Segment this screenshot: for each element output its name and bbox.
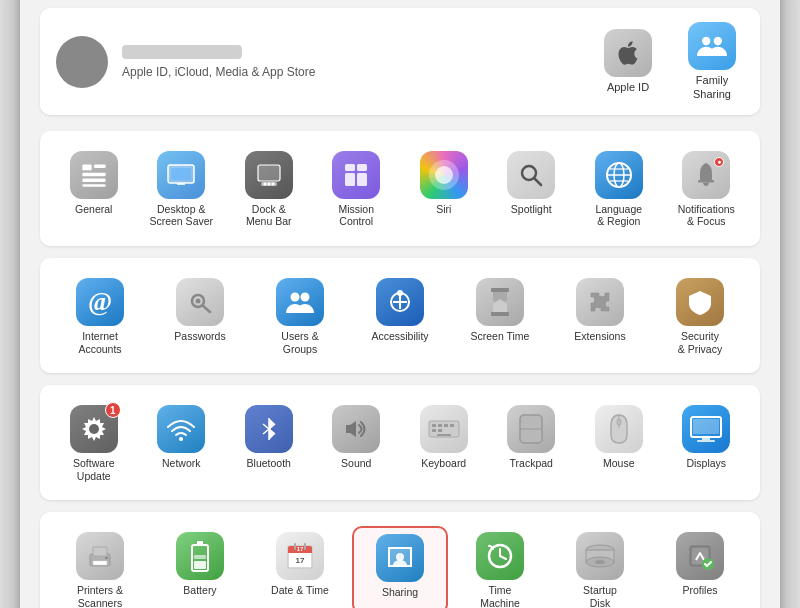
svg-rect-37 bbox=[491, 312, 509, 316]
svg-point-38 bbox=[89, 424, 99, 434]
pref-item-software-update[interactable]: 1 SoftwareUpdate bbox=[52, 399, 136, 486]
pref-item-keyboard[interactable]: Keyboard bbox=[402, 399, 486, 486]
language-icon bbox=[595, 151, 643, 199]
passwords-icon bbox=[176, 278, 224, 326]
battery-icon bbox=[176, 532, 224, 580]
pref-item-accessibility[interactable]: Accessibility bbox=[352, 272, 448, 359]
svg-rect-65 bbox=[194, 561, 206, 569]
pref-item-notifications[interactable]: ● Notifications& Focus bbox=[665, 145, 749, 232]
pref-item-mouse[interactable]: Mouse bbox=[577, 399, 661, 486]
pref-item-profiles[interactable]: Profiles bbox=[652, 526, 748, 608]
pref-item-mission[interactable]: MissionControl bbox=[315, 145, 399, 232]
software-update-label: SoftwareUpdate bbox=[73, 457, 114, 482]
pref-item-extensions[interactable]: Extensions bbox=[552, 272, 648, 359]
profiles-icon bbox=[676, 532, 724, 580]
svg-rect-26 bbox=[698, 180, 714, 183]
svg-line-28 bbox=[203, 306, 211, 313]
svg-rect-47 bbox=[450, 424, 454, 427]
mission-icon bbox=[332, 151, 380, 199]
pref-item-battery[interactable]: Battery bbox=[152, 526, 248, 608]
pref-item-trackpad[interactable]: Trackpad bbox=[490, 399, 574, 486]
extensions-icon bbox=[576, 278, 624, 326]
dock-icon bbox=[245, 151, 293, 199]
svg-rect-64 bbox=[197, 541, 203, 546]
general-label: General bbox=[75, 203, 112, 216]
pref-item-time-machine[interactable]: TimeMachine bbox=[452, 526, 548, 608]
spotlight-label: Spotlight bbox=[511, 203, 552, 216]
pref-item-printers[interactable]: Printers &Scanners bbox=[52, 526, 148, 608]
users-groups-icon bbox=[276, 278, 324, 326]
date-time-icon: 17 17 bbox=[276, 532, 324, 580]
svg-rect-3 bbox=[94, 164, 106, 168]
svg-rect-6 bbox=[82, 184, 105, 186]
extensions-label: Extensions bbox=[574, 330, 625, 343]
svg-rect-45 bbox=[438, 424, 442, 427]
section-row4: Printers &Scanners Battery bbox=[40, 512, 760, 608]
apple-id-button[interactable]: Apple ID bbox=[596, 29, 660, 94]
time-machine-icon bbox=[476, 532, 524, 580]
pref-item-network[interactable]: Network bbox=[140, 399, 224, 486]
user-name-placeholder bbox=[122, 45, 242, 59]
pref-item-displays[interactable]: Displays bbox=[665, 399, 749, 486]
avatar bbox=[56, 36, 108, 88]
profiles-label: Profiles bbox=[682, 584, 717, 597]
svg-point-1 bbox=[714, 37, 722, 45]
svg-text:17: 17 bbox=[297, 546, 304, 552]
pref-item-language[interactable]: Language& Region bbox=[577, 145, 661, 232]
battery-label: Battery bbox=[183, 584, 216, 597]
apple-id-icon bbox=[604, 29, 652, 77]
software-update-badge: 1 bbox=[105, 402, 121, 418]
family-sharing-button[interactable]: FamilySharing bbox=[680, 22, 744, 100]
displays-label: Displays bbox=[686, 457, 726, 470]
svg-rect-56 bbox=[693, 419, 719, 434]
siri-label: Siri bbox=[436, 203, 451, 216]
trackpad-label: Trackpad bbox=[510, 457, 553, 470]
pref-item-sound[interactable]: Sound bbox=[315, 399, 399, 486]
svg-rect-48 bbox=[432, 429, 436, 432]
passwords-label: Passwords bbox=[174, 330, 225, 343]
mouse-icon bbox=[595, 405, 643, 453]
apple-id-info: Apple ID, iCloud, Media & App Store bbox=[122, 45, 315, 79]
pref-item-bluetooth[interactable]: Bluetooth bbox=[227, 399, 311, 486]
pref-item-date-time[interactable]: 17 17 Date & Time bbox=[252, 526, 348, 608]
apple-id-subtitle: Apple ID, iCloud, Media & App Store bbox=[122, 65, 315, 79]
pref-item-screen-time[interactable]: Screen Time bbox=[452, 272, 548, 359]
keyboard-label: Keyboard bbox=[421, 457, 466, 470]
row1-grid: General Desktop &Screen Saver bbox=[52, 145, 748, 232]
pref-item-dock[interactable]: Dock &Menu Bar bbox=[227, 145, 311, 232]
pref-item-sharing[interactable]: Sharing bbox=[352, 526, 448, 608]
svg-rect-9 bbox=[177, 183, 185, 185]
pref-item-security[interactable]: Security& Privacy bbox=[652, 272, 748, 359]
pref-item-general[interactable]: General bbox=[52, 145, 136, 232]
pref-item-siri[interactable]: Siri bbox=[402, 145, 486, 232]
svg-line-20 bbox=[535, 178, 542, 185]
svg-point-13 bbox=[267, 182, 270, 185]
svg-rect-16 bbox=[357, 164, 367, 171]
svg-rect-36 bbox=[491, 288, 509, 292]
svg-rect-49 bbox=[438, 429, 442, 432]
printers-icon bbox=[76, 532, 124, 580]
svg-rect-57 bbox=[702, 437, 710, 440]
users-groups-label: Users &Groups bbox=[281, 330, 318, 355]
svg-rect-58 bbox=[697, 440, 715, 442]
software-update-icon: 1 bbox=[70, 405, 118, 453]
pref-item-startup-disk[interactable]: StartupDisk bbox=[552, 526, 648, 608]
family-sharing-label: FamilySharing bbox=[693, 74, 731, 100]
network-label: Network bbox=[162, 457, 201, 470]
trackpad-icon bbox=[507, 405, 555, 453]
svg-point-81 bbox=[595, 560, 605, 564]
row2-grid: @ InternetAccounts Passwords bbox=[52, 272, 748, 359]
pref-item-spotlight[interactable]: Spotlight bbox=[490, 145, 574, 232]
pref-item-users-groups[interactable]: Users &Groups bbox=[252, 272, 348, 359]
system-preferences-window: ‹ › ⠿ System Preferences 🔍 Apple ID, iCl… bbox=[20, 0, 780, 608]
family-sharing-icon bbox=[688, 22, 736, 70]
pref-item-desktop[interactable]: Desktop &Screen Saver bbox=[140, 145, 224, 232]
pref-item-internet-accounts[interactable]: @ InternetAccounts bbox=[52, 272, 148, 359]
svg-rect-44 bbox=[432, 424, 436, 427]
svg-rect-61 bbox=[93, 561, 107, 565]
siri-icon bbox=[420, 151, 468, 199]
pref-item-passwords[interactable]: Passwords bbox=[152, 272, 248, 359]
bluetooth-label: Bluetooth bbox=[247, 457, 291, 470]
section-row1: General Desktop &Screen Saver bbox=[40, 131, 760, 246]
date-time-label: Date & Time bbox=[271, 584, 329, 597]
